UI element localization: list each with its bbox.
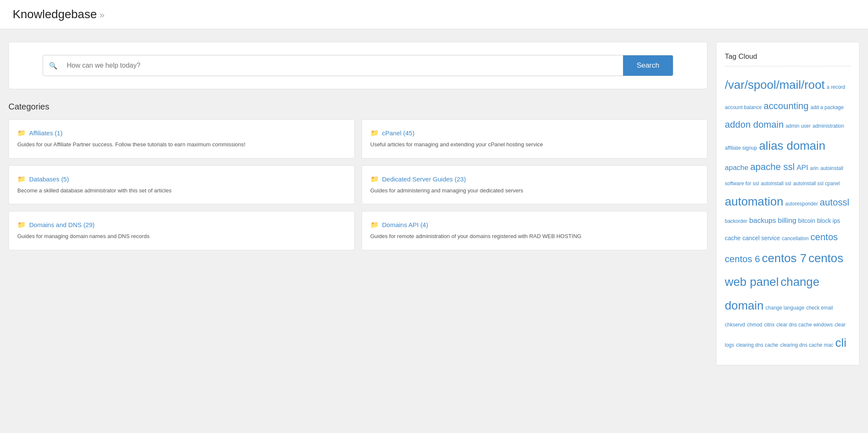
tag-item[interactable]: citrix — [764, 322, 775, 328]
tag-item[interactable]: accounting — [764, 101, 808, 111]
top-bar: Knowledgebase» — [0, 0, 868, 29]
tag-item[interactable]: clearing dns cache — [736, 342, 778, 348]
tag-item[interactable]: billing — [778, 216, 796, 225]
folder-icon: 📁 — [17, 129, 26, 137]
tag-item[interactable]: administration — [813, 123, 844, 129]
search-box-wrapper: 🔍 Search — [8, 42, 707, 89]
search-icon: 🔍 — [43, 57, 63, 75]
tag-item[interactable]: arin — [810, 165, 819, 171]
category-card-desc: Useful articles for managing and extendi… — [370, 140, 699, 149]
tag-item[interactable]: apache ssl — [750, 162, 795, 172]
tag-item[interactable]: addon domain — [725, 119, 784, 130]
tag-item[interactable]: chmod — [747, 322, 762, 328]
tag-item[interactable]: affiliate signup — [725, 145, 757, 151]
category-card-title: 📁 Dedicated Server Guides (23) — [370, 175, 699, 183]
tag-item[interactable]: automation — [725, 195, 784, 208]
category-card[interactable]: 📁 Domains and DNS (29) Guides for managi… — [8, 211, 355, 250]
page-title: Knowledgebase» — [13, 8, 105, 21]
tag-item[interactable]: admin user — [786, 123, 811, 129]
tag-item[interactable]: alias domain — [759, 139, 825, 152]
tag-item[interactable]: backups — [749, 216, 776, 225]
category-card-title: 📁 cPanel (45) — [370, 129, 699, 137]
tag-item[interactable]: cancel service — [743, 235, 780, 241]
category-card[interactable]: 📁 Databases (5) Become a skilled databas… — [8, 165, 355, 205]
tag-item[interactable]: /var/spool/mail/root — [725, 78, 825, 91]
category-title-text: Dedicated Server Guides (23) — [382, 175, 466, 183]
tag-item[interactable]: bitcoin — [798, 217, 815, 224]
category-title-text: Databases (5) — [29, 175, 69, 183]
category-title-text: Affiliates (1) — [29, 129, 63, 137]
tag-item[interactable]: block ips — [817, 217, 840, 224]
tag-item[interactable]: cache — [725, 235, 740, 241]
tag-item[interactable]: clear dns cache windows — [776, 322, 833, 328]
folder-icon: 📁 — [17, 175, 26, 183]
category-card-title: 📁 Domains API (4) — [370, 221, 699, 229]
category-card[interactable]: 📁 Domains API (4) Guides for remote admi… — [362, 211, 708, 250]
category-card-desc: Guides for remote administration of your… — [370, 232, 699, 241]
tag-item[interactable]: centos 6 — [725, 254, 760, 264]
tag-item[interactable]: backorder — [725, 218, 747, 224]
sidebar: Tag Cloud /var/spool/mail/root a record … — [716, 42, 860, 365]
category-card[interactable]: 📁 cPanel (45) Useful articles for managi… — [362, 119, 708, 159]
tag-cloud-title: Tag Cloud — [725, 52, 851, 66]
tag-item[interactable]: cli — [835, 336, 846, 349]
tag-item[interactable]: API — [797, 164, 808, 172]
content-area: 🔍 Search Categories 📁 Affiliates (1) Gui… — [8, 42, 716, 365]
categories-grid: 📁 Affiliates (1) Guides for our Affiliat… — [8, 119, 707, 250]
breadcrumb-chevron: » — [99, 10, 104, 20]
category-title-text: Domains and DNS (29) — [29, 221, 95, 228]
category-card-title: 📁 Databases (5) — [17, 175, 346, 183]
tag-item[interactable]: centos 7 — [762, 252, 807, 265]
tag-item[interactable]: autoinstall ssl — [761, 181, 791, 186]
category-card-title: 📁 Affiliates (1) — [17, 129, 346, 137]
category-title-text: cPanel (45) — [382, 129, 415, 137]
tag-item[interactable]: centos — [811, 232, 838, 242]
main-layout: 🔍 Search Categories 📁 Affiliates (1) Gui… — [0, 29, 868, 378]
tag-item[interactable]: add a package — [811, 104, 844, 110]
search-input[interactable] — [63, 57, 623, 74]
categories-title: Categories — [8, 102, 707, 112]
tag-item[interactable]: change language — [765, 305, 804, 311]
tag-item[interactable]: cancellation — [782, 236, 808, 241]
folder-icon: 📁 — [370, 221, 379, 229]
tag-item[interactable]: autoinstall ssl cpanel — [793, 181, 840, 186]
category-card[interactable]: 📁 Affiliates (1) Guides for our Affiliat… — [8, 119, 355, 159]
tag-item[interactable]: autossl — [820, 197, 849, 208]
tag-item[interactable]: autoresponder — [785, 201, 818, 207]
tag-item[interactable]: apache — [725, 164, 748, 172]
category-card[interactable]: 📁 Dedicated Server Guides (23) Guides fo… — [362, 165, 708, 205]
category-card-desc: Guides for administering and managing yo… — [370, 186, 699, 195]
tag-cloud: /var/spool/mail/root a record account ba… — [725, 73, 851, 355]
tag-item[interactable]: clearing dns cache mac — [780, 342, 833, 348]
category-title-text: Domains API (4) — [382, 221, 428, 228]
tag-item[interactable]: a record — [827, 84, 845, 90]
tag-item[interactable]: chkservd — [725, 322, 745, 328]
folder-icon: 📁 — [370, 129, 379, 137]
category-card-desc: Become a skilled database administrator … — [17, 186, 346, 195]
category-card-title: 📁 Domains and DNS (29) — [17, 221, 346, 229]
search-button[interactable]: Search — [623, 55, 673, 76]
tag-item[interactable]: check email — [806, 305, 833, 311]
category-card-desc: Guides for managing domain names and DNS… — [17, 232, 346, 241]
folder-icon: 📁 — [17, 221, 26, 229]
folder-icon: 📁 — [370, 175, 379, 183]
search-row: 🔍 Search — [43, 55, 673, 76]
tag-item[interactable]: account balance — [725, 104, 762, 110]
categories-section: Categories 📁 Affiliates (1) Guides for o… — [8, 102, 707, 250]
category-card-desc: Guides for our Affiliate Partner success… — [17, 140, 346, 149]
